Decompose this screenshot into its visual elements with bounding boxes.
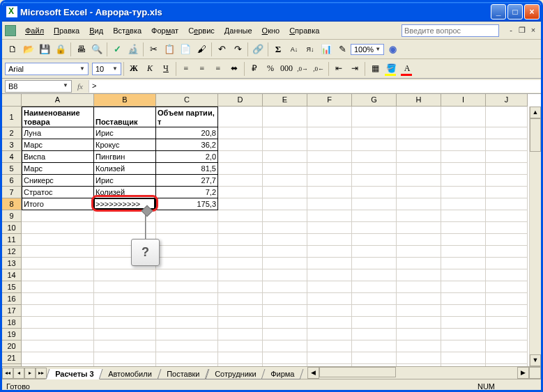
scroll-left-button[interactable]: ◀ (307, 367, 319, 379)
cell[interactable] (441, 329, 486, 340)
cell[interactable] (156, 329, 218, 340)
cell[interactable] (441, 340, 486, 352)
cell[interactable] (307, 175, 352, 187)
row-header-15[interactable]: 15 (2, 281, 22, 293)
cell[interactable] (307, 293, 352, 305)
cell[interactable] (307, 107, 352, 127)
menu-tools[interactable]: Сервис (183, 24, 220, 37)
cell[interactable]: Ирис (94, 175, 156, 187)
drawing-button[interactable]: ✎ (335, 42, 350, 57)
cell[interactable] (486, 352, 528, 364)
cell[interactable] (263, 340, 307, 352)
hyperlink-button[interactable]: 🔗 (250, 42, 266, 57)
cell[interactable] (441, 222, 486, 234)
cell[interactable] (22, 329, 94, 340)
font-color-button[interactable]: A (399, 61, 415, 77)
cell[interactable] (352, 281, 397, 293)
cell[interactable] (307, 340, 352, 352)
cell[interactable] (486, 175, 528, 187)
cell[interactable] (486, 127, 528, 139)
cell[interactable] (94, 352, 156, 364)
cell[interactable] (218, 222, 263, 234)
cell[interactable] (486, 305, 528, 317)
cell[interactable] (156, 305, 218, 317)
row-header-13[interactable]: 13 (2, 258, 22, 269)
cell[interactable] (352, 151, 397, 163)
cell[interactable] (352, 305, 397, 317)
col-header-H[interactable]: H (397, 94, 441, 107)
decrease-decimal-button[interactable]: ,0← (311, 61, 326, 77)
cell[interactable] (441, 305, 486, 317)
cell[interactable] (263, 151, 307, 163)
formula-input[interactable]: > (89, 80, 541, 93)
select-all-corner[interactable] (2, 94, 22, 107)
tab-first-button[interactable]: ◂◂ (2, 368, 13, 379)
format-painter-button[interactable]: 🖌 (194, 42, 209, 57)
cell[interactable] (307, 269, 352, 281)
merge-center-button[interactable]: ⬌ (227, 61, 242, 77)
cell[interactable]: Колизей (94, 187, 156, 198)
cell[interactable] (352, 258, 397, 269)
cell[interactable] (441, 246, 486, 258)
cell[interactable] (352, 222, 397, 234)
cell[interactable] (486, 222, 528, 234)
cell[interactable] (307, 163, 352, 175)
col-header-J[interactable]: J (486, 94, 528, 107)
scroll-up-button[interactable]: ▲ (530, 107, 541, 118)
cell[interactable] (218, 127, 263, 139)
cell[interactable] (263, 187, 307, 198)
fill-color-button[interactable]: 🪣 (383, 61, 399, 77)
cell[interactable] (307, 222, 352, 234)
cell[interactable] (218, 198, 263, 210)
cell[interactable]: Ирис (94, 127, 156, 139)
name-box[interactable]: B8▼ (5, 80, 72, 93)
cell[interactable] (22, 234, 94, 246)
scroll-down-button[interactable]: ▼ (530, 354, 541, 366)
cell[interactable] (307, 352, 352, 364)
cell[interactable] (94, 293, 156, 305)
cell[interactable] (397, 281, 441, 293)
cell[interactable] (352, 293, 397, 305)
cell[interactable] (307, 317, 352, 329)
cell[interactable]: 2,0 (156, 151, 218, 163)
horizontal-scrollbar[interactable]: ◀ ▶ (307, 367, 529, 379)
cell[interactable]: Итого (22, 198, 94, 210)
cell[interactable]: Крокус (94, 139, 156, 151)
cell[interactable] (352, 139, 397, 151)
help-button[interactable]: ◉ (385, 42, 400, 57)
cell[interactable] (441, 107, 486, 127)
cell[interactable] (307, 329, 352, 340)
row-header-21[interactable]: 21 (2, 352, 22, 364)
comma-button[interactable]: 000 (279, 61, 294, 77)
cell[interactable] (307, 187, 352, 198)
percent-button[interactable]: % (263, 61, 278, 77)
menu-help[interactable]: Справка (284, 24, 324, 37)
cell[interactable] (397, 198, 441, 210)
cell[interactable] (307, 305, 352, 317)
cell[interactable] (441, 151, 486, 163)
cell[interactable] (397, 222, 441, 234)
print-button[interactable]: 🖶 (73, 42, 89, 57)
cell[interactable] (156, 281, 218, 293)
research-button[interactable]: 🔬 (125, 42, 141, 57)
row-header-8[interactable]: 8 (2, 198, 22, 210)
cell[interactable] (218, 269, 263, 281)
col-header-E[interactable]: E (263, 94, 307, 107)
cell[interactable] (94, 269, 156, 281)
font-size-combo[interactable]: 10▼ (92, 63, 121, 75)
col-header-I[interactable]: I (441, 94, 486, 107)
tab-prev-button[interactable]: ◂ (13, 368, 24, 379)
cell[interactable]: Стратос (22, 187, 94, 198)
increase-indent-button[interactable]: ⇥ (347, 61, 362, 77)
cell[interactable] (94, 340, 156, 352)
tab-next-button[interactable]: ▸ (24, 368, 36, 379)
cell[interactable] (263, 234, 307, 246)
row-header-16[interactable]: 16 (2, 293, 22, 305)
cell[interactable] (22, 340, 94, 352)
row-header-11[interactable]: 11 (2, 234, 22, 246)
cell[interactable] (307, 151, 352, 163)
cell[interactable] (218, 340, 263, 352)
copy-button[interactable]: 📋 (162, 42, 177, 57)
cell[interactable] (307, 234, 352, 246)
cell[interactable] (352, 340, 397, 352)
